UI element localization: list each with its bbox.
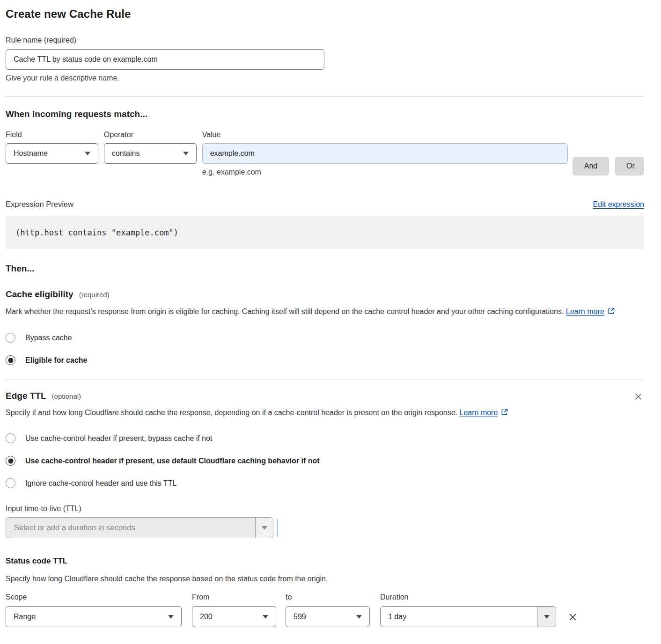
ttl-duration-select[interactable]: Select or add a duration in seconds (6, 517, 273, 538)
text-cursor (277, 519, 278, 537)
operator-select[interactable]: contains (104, 143, 197, 164)
edge-ttl-description: Specify if and how long Cloudflare shoul… (6, 406, 525, 420)
ttl-input-label: Input time-to-live (TTL) (6, 505, 81, 512)
ttl-duration-placeholder: Select or add a duration in seconds (6, 518, 255, 538)
to-label: to (286, 593, 370, 601)
chevron-down-icon (168, 615, 174, 619)
edge-ttl-option-default-radio[interactable]: Use cache-control header if present, use… (6, 456, 644, 466)
duration-select[interactable]: 1 day (380, 606, 556, 627)
edge-ttl-close-button[interactable] (632, 391, 644, 402)
chevron-down-icon (263, 615, 268, 619)
status-code-ttl-heading: Status code TTL (6, 556, 644, 566)
or-button[interactable]: Or (615, 157, 644, 176)
from-label: From (192, 593, 276, 601)
eligible-for-cache-radio[interactable]: Eligible for cache (6, 355, 644, 365)
radio-checked-icon (6, 355, 15, 365)
operator-label: Operator (104, 131, 197, 139)
create-cache-rule-form: Create new Cache Rule Rule name (require… (0, 0, 661, 627)
rule-name-input[interactable] (6, 49, 324, 70)
external-link-icon (500, 407, 508, 420)
radio-icon (6, 333, 15, 343)
edge-ttl-option-bypass-radio[interactable]: Use cache-control header if present, byp… (6, 433, 644, 443)
expression-preview-label: Expression Preview (6, 200, 73, 209)
scope-select[interactable]: Range (6, 606, 182, 627)
radio-icon (6, 433, 15, 443)
status-code-ttl-row: Scope Range From 200 to 599 (6, 593, 644, 627)
duration-select-value: 1 day (381, 607, 537, 627)
to-select-value: 599 (294, 613, 306, 621)
delete-status-code-row-button[interactable] (566, 611, 579, 623)
chevron-down-icon (85, 152, 90, 155)
divider (6, 96, 644, 97)
rule-name-label: Rule name (required) (6, 36, 76, 44)
operator-select-value: contains (112, 149, 140, 158)
bypass-cache-radio[interactable]: Bypass cache (6, 333, 644, 343)
scope-select-value: Range (14, 613, 36, 621)
match-heading: When incoming requests match... (6, 109, 644, 119)
cache-eligibility-heading: Cache eligibility (6, 289, 73, 300)
value-helper: e.g. example.com (202, 168, 568, 176)
expression-code: (http.host contains "example.com") (15, 228, 178, 237)
chevron-down-icon (262, 526, 267, 530)
value-input[interactable] (202, 143, 568, 164)
chevron-down-icon (183, 152, 189, 155)
close-icon (633, 396, 643, 403)
scope-label: Scope (6, 593, 182, 601)
edge-ttl-option-ignore-radio[interactable]: Ignore cache-control header and use this… (6, 478, 644, 488)
match-row: Field Hostname Operator contains Value e… (6, 131, 644, 176)
ttl-duration-dropdown-button[interactable] (255, 518, 273, 538)
radio-checked-icon (6, 456, 15, 466)
edge-ttl-heading: Edge TTL (6, 391, 46, 401)
field-label: Field (6, 131, 98, 139)
chevron-down-icon (544, 615, 550, 619)
from-select-value: 200 (200, 613, 213, 621)
cache-eligibility-required-tag: (required) (79, 291, 110, 299)
external-link-icon (607, 306, 615, 319)
then-heading: Then... (6, 263, 644, 274)
field-select[interactable]: Hostname (6, 143, 98, 164)
divider (6, 380, 644, 380)
expression-code-block: (http.host contains "example.com") (6, 216, 644, 249)
page-title: Create new Cache Rule (6, 7, 644, 21)
rule-name-helper: Give your rule a descriptive name. (6, 74, 644, 82)
duration-label: Duration (380, 593, 556, 601)
close-icon (567, 617, 578, 624)
cache-eligibility-description: Mark whether the request’s response from… (6, 305, 635, 319)
radio-icon (6, 478, 15, 488)
edit-expression-link[interactable]: Edit expression (593, 200, 644, 209)
duration-dropdown-button[interactable] (537, 607, 556, 627)
and-button[interactable]: And (573, 157, 609, 176)
value-label: Value (202, 131, 568, 139)
chevron-down-icon (356, 615, 362, 619)
status-code-ttl-description: Specify how long Cloudflare should cache… (6, 572, 644, 585)
from-select[interactable]: 200 (192, 606, 276, 627)
learn-more-link[interactable]: Learn more (566, 307, 604, 315)
field-select-value: Hostname (14, 149, 48, 158)
learn-more-link[interactable]: Learn more (460, 409, 498, 417)
to-select[interactable]: 599 (286, 606, 370, 627)
edge-ttl-optional-tag: (optional) (52, 392, 81, 400)
